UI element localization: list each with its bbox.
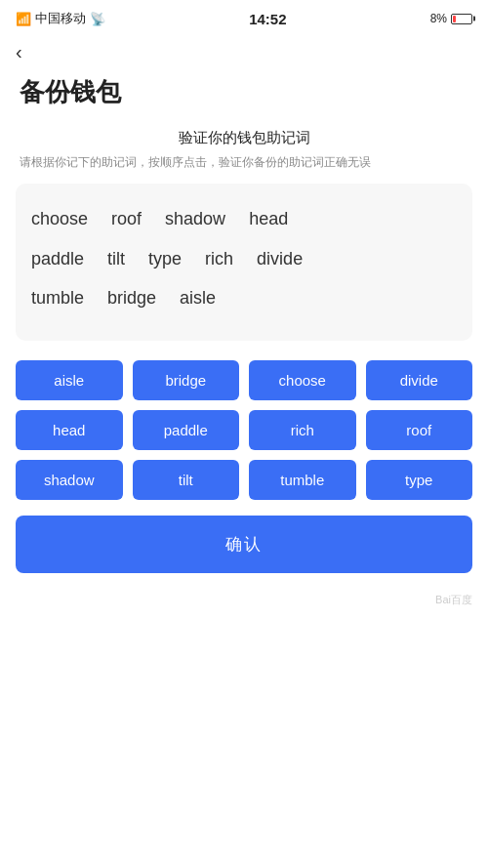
instruction-title: 验证你的钱包助记词 (20, 129, 468, 147)
word-btn-aisle[interactable]: aisle (16, 360, 123, 400)
display-word-bridge: bridge (107, 282, 156, 313)
word-btn-rich[interactable]: rich (249, 410, 356, 450)
status-time: 14:52 (249, 11, 286, 27)
word-btn-bridge[interactable]: bridge (133, 360, 240, 400)
confirm-section: 确认 (0, 516, 488, 573)
word-display-row-2: paddle tilt type rich divide (31, 243, 457, 274)
wifi-icon: 📡 (90, 12, 105, 26)
instruction-section: 验证你的钱包助记词 请根据你记下的助记词，按顺序点击，验证你备份的助记词正确无误 (0, 129, 488, 184)
word-btn-tumble[interactable]: tumble (249, 460, 356, 500)
display-word-paddle: paddle (31, 243, 84, 274)
word-display-row-3: tumble bridge aisle (31, 282, 457, 313)
word-display-area: choose roof shadow head paddle tilt type… (16, 184, 472, 341)
display-word-aisle: aisle (180, 282, 216, 313)
display-word-head: head (249, 203, 288, 234)
word-btn-tilt[interactable]: tilt (133, 460, 240, 500)
display-word-roof: roof (111, 203, 142, 234)
word-btn-roof[interactable]: roof (366, 410, 473, 450)
confirm-button[interactable]: 确认 (16, 516, 472, 573)
signal-icon: 📶 (16, 12, 31, 26)
display-word-tumble: tumble (31, 282, 84, 313)
word-btn-choose[interactable]: choose (249, 360, 356, 400)
display-word-type: type (148, 243, 182, 274)
display-word-tilt: tilt (107, 243, 125, 274)
battery-percent: 8% (430, 12, 447, 25)
display-word-rich: rich (205, 243, 233, 274)
status-bar: 📶 中国移动 📡 14:52 8% (0, 0, 488, 33)
status-battery-area: 8% (430, 12, 472, 25)
battery-icon (451, 14, 472, 24)
display-word-shadow: shadow (165, 203, 225, 234)
word-btn-shadow[interactable]: shadow (16, 460, 123, 500)
page-title: 备份钱包 (0, 67, 488, 129)
word-btn-type[interactable]: type (366, 460, 473, 500)
word-display-row-1: choose roof shadow head (31, 203, 457, 234)
display-word-divide: divide (257, 243, 303, 274)
word-btn-paddle[interactable]: paddle (133, 410, 240, 450)
word-btn-head[interactable]: head (16, 410, 123, 450)
word-buttons-grid: aisle bridge choose divide head paddle r… (0, 360, 488, 500)
back-button[interactable]: ‹ (0, 33, 38, 67)
word-btn-divide[interactable]: divide (366, 360, 473, 400)
display-word-choose: choose (31, 203, 88, 234)
status-carrier: 📶 中国移动 📡 (16, 10, 105, 27)
watermark: Bai百度 (0, 573, 488, 617)
instruction-desc: 请根据你记下的助记词，按顺序点击，验证你备份的助记词正确无误 (20, 153, 468, 172)
